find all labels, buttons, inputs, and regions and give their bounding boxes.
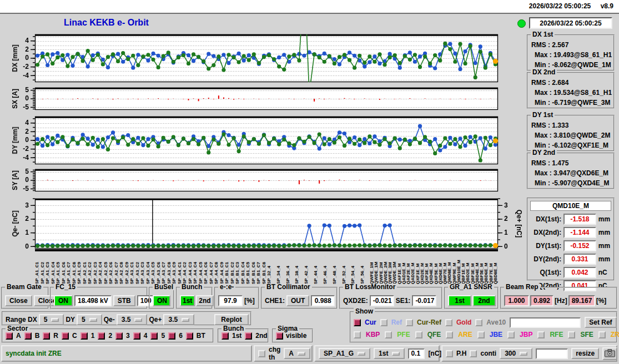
titlebar-version: v8.9 (601, 2, 613, 10)
ee-ratio-unit: [%] (244, 297, 255, 305)
fc15-kv-value: 18.498 kV (74, 295, 112, 306)
replot-button[interactable]: Replot (214, 314, 249, 325)
dropdown-dash-icon (89, 318, 97, 322)
beam-rep-value-2: 0.892 (530, 295, 553, 306)
range-qe-plus-dropdown[interactable]: 3.5 (163, 314, 194, 325)
sp-monitor-dropdown[interactable]: SP_A1_G (319, 348, 370, 359)
show-zre-checkbox[interactable] (598, 331, 606, 338)
sector-item-c-checkbox[interactable] (62, 332, 69, 340)
xaxis-label: SP_56_4 (360, 251, 365, 284)
xaxis-label: SP_A2_C7 (114, 251, 119, 284)
busel-on-button[interactable]: ON (153, 295, 170, 306)
show-ref-checkbox[interactable] (380, 319, 387, 326)
show-jbe-checkbox[interactable] (477, 331, 485, 338)
beam-rep-value-3: 89.167 (568, 295, 595, 306)
sigma-visible-checkbox[interactable] (276, 332, 283, 340)
xaxis-label: SP_A1_C2 (41, 251, 45, 284)
show-ref-label: Ref (391, 318, 402, 326)
bunch-dropdown[interactable]: 1st (374, 348, 405, 359)
beam-rep-pct-unit: [%] (596, 297, 607, 305)
gr-snsr-1st-button[interactable]: 1st (448, 295, 471, 306)
titlebar-datetime: 2026/03/22 05:00:25 (529, 2, 591, 10)
se1-label: SE1: (396, 297, 411, 305)
bunch-select-1st-checkbox[interactable] (222, 332, 229, 340)
show-rfe-checkbox[interactable] (537, 331, 545, 338)
sector-item-1-checkbox[interactable] (80, 332, 88, 340)
group-bt-lossmonitor: BT LossMonitor QXD2E: -0.021 SE1: -0.017 (339, 287, 442, 309)
sector-item-1-label: 1 (91, 332, 95, 340)
ref-name-input[interactable] (510, 317, 581, 328)
group-range: Range DX 5 DY 5 Qe- 3.5 Qe+ 3.5 Replot (2, 311, 251, 326)
show-cur-checkbox[interactable] (354, 319, 361, 326)
conti-checkbox[interactable] (470, 350, 477, 357)
range-dy-dropdown[interactable]: 5 (77, 314, 102, 325)
set-ref-button[interactable]: Set Ref (585, 317, 616, 328)
xaxis-label: SP_A3_C2 (135, 251, 140, 284)
sector-item-2-checkbox[interactable] (98, 332, 105, 340)
xaxis-label: SP_A3_C4 (146, 251, 150, 284)
sector-item-5-checkbox[interactable] (150, 332, 158, 340)
xaxis-label: SP_A2_C2 (88, 251, 92, 284)
statusbar-message-panel: syncdata init ZRE (1, 345, 252, 362)
right-axis-label: Qe+ [nC] (515, 210, 523, 237)
bunch-select-2nd-label: 2nd (255, 332, 267, 340)
timestamp-box: 2026/03/22 05:00:25 (529, 17, 612, 29)
show-are-checkbox[interactable] (446, 331, 453, 338)
sector-item-r-checkbox[interactable] (43, 332, 50, 340)
chg-th-checkbox[interactable] (258, 350, 265, 357)
extra-input[interactable] (536, 348, 568, 359)
xaxis-label: SP_B1_C1 (225, 251, 229, 284)
range-dx-label: Range DX (6, 316, 37, 323)
camera-icon[interactable] (602, 347, 617, 360)
xaxis-label: SP_B1_C7 (256, 251, 261, 284)
max-label: Max : (535, 51, 552, 59)
y-axis-label: DY [mm] (11, 127, 19, 154)
sector-item-bt-label: BT (197, 332, 205, 340)
sector-item-6-checkbox[interactable] (168, 332, 175, 340)
bunch-1st-button[interactable]: 1st (180, 295, 195, 306)
fc15-stb-button[interactable]: STB (113, 295, 135, 306)
y-axis-label: SX [A] (11, 89, 19, 109)
threshold-input[interactable] (408, 348, 425, 359)
xaxis-label: SP_A4_C7 (209, 251, 214, 284)
show-jbp-checkbox[interactable] (507, 331, 515, 338)
group-fc15: FC_15 ON 18.498 kV STB 100 % (50, 287, 148, 309)
y-axis-label: DX [mm] (11, 44, 19, 72)
sector-item-6-label: 6 (179, 332, 183, 340)
xaxis-label: SP_A2_C3 (93, 251, 98, 284)
show-sfe-checkbox[interactable] (568, 331, 575, 338)
chart-sx (13, 83, 502, 115)
show-gold-checkbox[interactable] (445, 319, 452, 326)
sector-item-b-checkbox[interactable] (24, 332, 32, 340)
dropdown-dash-icon (298, 352, 305, 356)
show-qfe-checkbox[interactable] (415, 331, 422, 338)
ph-checkbox[interactable] (446, 350, 453, 357)
resize-button[interactable]: resize (571, 348, 599, 359)
max-value: 19.493@S8_61_H1 (553, 51, 612, 59)
sector-item-a-checkbox[interactable] (6, 332, 13, 340)
sector-item-bt-checkbox[interactable] (186, 332, 193, 340)
bunch-select-2nd-checkbox[interactable] (245, 332, 252, 340)
xaxis-label: SP_A1_C9 (77, 251, 82, 284)
sector-item-4-checkbox[interactable] (133, 332, 140, 340)
gr-snsr-2nd-button[interactable]: 2nd (472, 295, 496, 306)
fc15-on-button[interactable]: ON (54, 295, 73, 306)
range-dx-dropdown[interactable]: 5 (39, 314, 64, 325)
xaxis-label: SP_A3_C6 (157, 251, 161, 284)
show-are-label: ARE (458, 331, 472, 338)
sector-item-b-label: B (35, 332, 40, 340)
qxd2e-value: -0.021 (370, 295, 394, 306)
range-qe-minus-dropdown[interactable]: 3.5 (117, 314, 148, 325)
bunch-2nd-button[interactable]: 2nd (196, 295, 213, 306)
sector-item-3-checkbox[interactable] (115, 332, 123, 340)
points-dropdown[interactable]: 300 (500, 348, 532, 359)
group-ee-ratio: e-:e- 97.9 [%] (214, 287, 259, 309)
che1-out-button[interactable]: OUT (286, 295, 309, 306)
chg-th-dropdown[interactable]: A (284, 348, 310, 359)
show-kbp-checkbox[interactable] (354, 331, 361, 338)
xaxis-label: SP_A4_C6 (204, 251, 208, 284)
show-ave10-checkbox[interactable] (475, 319, 482, 326)
show-cur-ref-checkbox[interactable] (406, 319, 413, 326)
beam-gate-close-button-1[interactable]: Close (5, 295, 32, 306)
show-pfe-checkbox[interactable] (385, 331, 392, 338)
